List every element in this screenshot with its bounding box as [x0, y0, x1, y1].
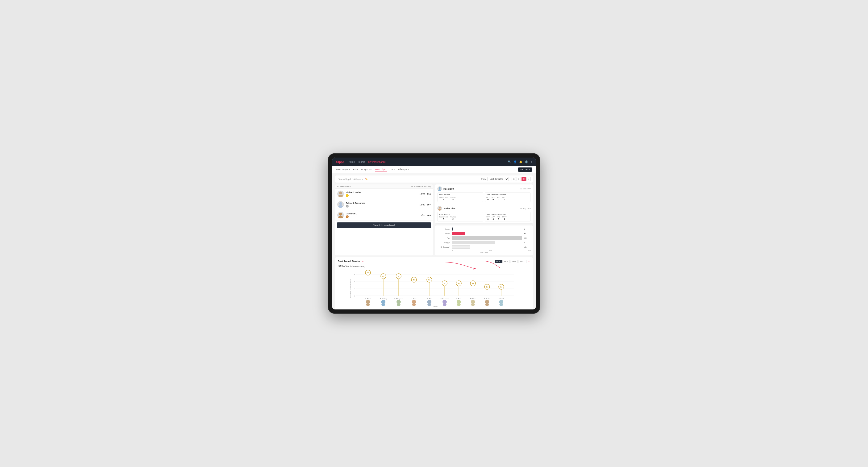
svg-text:2: 2 [354, 295, 355, 297]
show-filter: Show Last 3 months ⊞ ⊟ ☰ ↕ [480, 177, 531, 181]
stat-arg: ARG 0 [497, 196, 500, 201]
subnav-hcaps[interactable]: Hcaps 1-5 [361, 167, 371, 172]
bar-container [452, 232, 522, 235]
edit-icon[interactable]: ✏️ [365, 178, 368, 180]
table-row[interactable]: Richard Butler 1 19/20 110 [335, 189, 433, 199]
view-list-icon[interactable]: ☰ [522, 177, 526, 181]
svg-text:4x: 4x [472, 283, 474, 284]
svg-text:8: 8 [354, 274, 355, 276]
bar-chart-area: Eagles 3 Birdies [437, 227, 531, 253]
streaks-subtitle: Off The Tee, Fairway Accuracy [338, 265, 530, 268]
svg-point-71 [485, 300, 489, 304]
stat-tournament: Tournament 7 [439, 196, 448, 201]
filter-app-button[interactable]: APP [502, 260, 509, 263]
bar-fill [452, 232, 465, 235]
stat-putt: PUTT 0 [502, 196, 506, 201]
annotation-arrow-left: ← [362, 260, 365, 263]
svg-point-5 [338, 216, 343, 218]
bar-value: 311 [524, 242, 531, 244]
bar-row-bogeys: Bogeys 311 [437, 241, 531, 244]
add-team-button[interactable]: Add Team [518, 167, 532, 172]
search-icon[interactable]: 🔍 [508, 160, 511, 163]
content-grid: PLAYER NAME PB SCORE PB AVG SQ Richard B… [335, 184, 533, 255]
svg-text:Players: Players [433, 306, 437, 307]
bar-container [452, 241, 522, 244]
subnav-tour[interactable]: Tour [391, 167, 395, 172]
subnav-all-players[interactable]: All Players [398, 167, 409, 172]
svg-point-8 [439, 207, 441, 209]
svg-text:4x: 4x [458, 283, 460, 284]
settings-icon[interactable]: ⚙️ [525, 160, 528, 163]
nav-my-performance[interactable]: My Performance [368, 160, 385, 164]
period-select[interactable]: Last 3 months [487, 177, 509, 181]
stat-putt: PUTT 1 [502, 216, 506, 220]
svg-point-53 [442, 300, 447, 304]
svg-point-29 [381, 300, 385, 304]
player-stat-name: Josh Coles [437, 206, 456, 211]
view-grid3-icon[interactable]: ⊟ [517, 177, 521, 181]
stat-date: 26 Aug 2023 [520, 207, 531, 210]
bar-row-eagles: Eagles 3 [437, 227, 531, 231]
filter-putt-button[interactable]: PUTT [518, 260, 526, 263]
stat-app: APP 0 [492, 216, 495, 220]
subnav-pgat[interactable]: PGAT Players [336, 167, 350, 172]
bar-fill [452, 236, 522, 240]
svg-point-77 [499, 300, 503, 304]
user-icon[interactable]: 👤 [514, 160, 517, 163]
main-content: Team Clippd 14 Players ✏️ Show Last 3 mo… [332, 173, 536, 309]
bar-fill [452, 241, 495, 244]
nav-icons: 🔍 👤 🔔 ⚙️ ● [508, 160, 532, 163]
stat-tournament: Tournament 7 [439, 216, 448, 220]
subnav-pga[interactable]: PGA [353, 167, 358, 172]
view-icons: ⊞ ⊟ ☰ ↕ [512, 177, 531, 181]
tablet-frame: clippd Home Teams My Performance 🔍 👤 🔔 ⚙… [328, 153, 540, 314]
svg-point-54 [443, 304, 446, 306]
svg-text:R. Butler: R. Butler [484, 298, 490, 300]
player-info: Richard Butler 1 [337, 191, 417, 197]
svg-text:E. Ebert: E. Ebert [365, 298, 371, 300]
bar-container [452, 227, 522, 231]
filter-arg-button[interactable]: ARG [510, 260, 518, 263]
svg-point-36 [397, 304, 401, 306]
subnav-team-clippd[interactable]: Team Clippd [375, 167, 387, 172]
svg-text:3x: 3x [486, 286, 488, 288]
bar-value: 131 [524, 246, 531, 248]
nav-home[interactable]: Home [348, 160, 355, 164]
avatar [337, 212, 344, 218]
bell-icon[interactable]: 🔔 [519, 160, 522, 163]
bar-row-pars: Pars 499 [437, 236, 531, 240]
stats-data-grid: Total Rounds Tournament 7 Practice [437, 212, 531, 221]
bar-label: D. Bogeys + [437, 246, 450, 248]
player-info: Cameron... 3 [337, 212, 417, 218]
bar-value: 3 [524, 228, 531, 230]
svg-point-48 [427, 304, 431, 306]
streak-filter-buttons: OTT APP ARG PUTT [495, 260, 526, 263]
svg-text:6x: 6x [382, 276, 384, 277]
svg-text:6x: 6x [398, 276, 400, 277]
player-badge: 2 [346, 205, 365, 208]
svg-point-4 [339, 213, 342, 216]
player-badge: 1 [346, 194, 361, 197]
table-row[interactable]: Cameron... 3 17/20 103 [335, 210, 433, 220]
table-row[interactable]: Edward Crossman 2 18/20 107 [335, 199, 433, 210]
col-pb-avg: PB AVG SQ [420, 185, 431, 187]
svg-point-6 [439, 187, 441, 189]
svg-point-30 [381, 304, 385, 306]
axis-label-0: 0 [452, 250, 453, 251]
svg-text:Best Streak, Fairway Accuracy: Best Streak, Fairway Accuracy [350, 279, 351, 298]
svg-point-42 [412, 304, 416, 306]
annotation-arrow-right: ← [527, 260, 530, 263]
view-leaderboard-button[interactable]: View Full Leaderboard [337, 222, 431, 228]
svg-point-72 [485, 304, 489, 306]
stat-group-activities: Total Practice Activities OTT 0 APP [485, 192, 531, 202]
player-name: Edward Crossman [346, 201, 365, 204]
filter-ott-button[interactable]: OTT [495, 260, 502, 263]
avatar [437, 206, 442, 211]
avatar [337, 191, 344, 197]
avatar-icon[interactable]: ● [530, 160, 532, 163]
nav-teams[interactable]: Teams [358, 160, 365, 164]
view-settings-icon[interactable]: ↕ [526, 177, 531, 181]
view-grid2-icon[interactable]: ⊞ [512, 177, 516, 181]
stats-data-grid: Total Rounds Tournament 7 Practice [437, 192, 531, 202]
svg-point-7 [438, 189, 441, 191]
